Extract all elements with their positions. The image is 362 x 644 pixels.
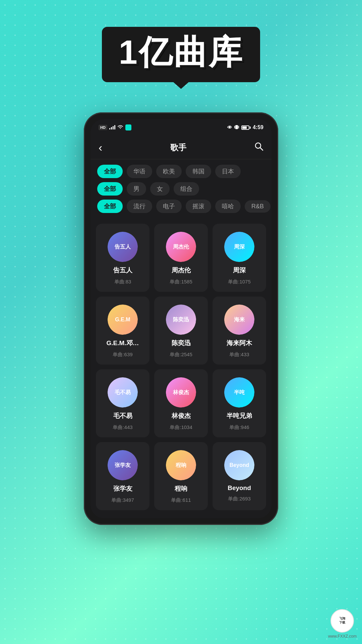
artist-avatar: G.E.M	[108, 305, 138, 335]
artist-card[interactable]: 周杰伦 周杰伦 单曲:1585	[154, 224, 208, 292]
avatar-image: Beyond	[224, 450, 254, 480]
artist-name: 半吨兄弟	[227, 412, 252, 420]
artist-name: Beyond	[228, 484, 251, 492]
hero-title: 1亿曲库	[119, 30, 243, 75]
hero-section: 1亿曲库	[102, 27, 260, 82]
artist-avatar: 半吨	[224, 377, 254, 408]
artist-name: 周杰伦	[172, 266, 191, 275]
search-icon[interactable]	[254, 142, 263, 153]
eye-icon: 👁	[227, 125, 232, 130]
artist-count: 单曲:1075	[228, 279, 251, 285]
avatar-image: 周深	[224, 232, 254, 262]
status-left: HD	[99, 124, 131, 130]
battery-icon	[241, 125, 251, 130]
top-nav: ‹ 歌手	[90, 136, 272, 159]
artist-avatar: 周杰伦	[166, 232, 196, 262]
artist-count: 单曲:83	[114, 279, 131, 285]
artist-name: 陈奕迅	[172, 339, 191, 347]
artist-card[interactable]: 半吨 半吨兄弟 单曲:946	[213, 369, 266, 437]
avatar-image: 林俊杰	[166, 377, 196, 408]
filter-rock[interactable]: 摇滚	[186, 200, 211, 213]
artist-avatar: 告五人	[108, 232, 138, 262]
avatar-image: 半吨	[224, 377, 254, 408]
artist-name: 告五人	[113, 266, 132, 275]
artist-count: 单曲:3497	[111, 497, 134, 503]
artists-grid: 告五人 告五人 单曲:83 周杰伦 周杰伦 单曲:1585 周深 周深 单曲:1…	[90, 220, 272, 518]
vibrate-icon	[234, 124, 239, 131]
artist-name: 程响	[175, 484, 187, 493]
filter-rnb[interactable]: R&B	[245, 200, 270, 213]
artist-name: 毛不易	[113, 412, 132, 420]
filter-korean[interactable]: 韩国	[186, 165, 211, 178]
svg-rect-0	[109, 128, 110, 129]
back-button[interactable]: ‹	[99, 141, 102, 154]
svg-rect-6	[238, 126, 239, 128]
artist-card[interactable]: 程响 程响 单曲:611	[154, 442, 208, 510]
artist-count: 单曲:946	[229, 424, 249, 431]
watermark-logo: 飞翔下载	[330, 609, 354, 633]
filter-pop[interactable]: 流行	[127, 200, 152, 213]
artist-card[interactable]: G.E.M G.E.M.邓… 单曲:639	[96, 297, 149, 365]
svg-rect-1	[111, 127, 112, 129]
filter-all-gender[interactable]: 全部	[97, 182, 123, 196]
avatar-image: 陈奕迅	[166, 305, 196, 335]
artist-card[interactable]: 毛不易 毛不易 单曲:443	[96, 369, 149, 437]
artist-card[interactable]: 林俊杰 林俊杰 单曲:1034	[154, 369, 208, 437]
artist-name: 张学友	[113, 484, 132, 493]
wifi-icon	[117, 125, 123, 130]
avatar-image: 告五人	[108, 232, 138, 262]
filter-male[interactable]: 男	[127, 182, 146, 196]
artist-name: G.E.M.邓…	[106, 339, 139, 347]
phone-mockup: HD	[84, 112, 278, 525]
artist-card[interactable]: Beyond Beyond 单曲:2693	[213, 442, 266, 510]
svg-rect-5	[234, 126, 235, 128]
artist-avatar: 陈奕迅	[166, 305, 196, 335]
artist-count: 单曲:443	[113, 424, 132, 431]
svg-rect-4	[235, 125, 238, 129]
filter-western[interactable]: 欧美	[156, 165, 182, 178]
artist-avatar: 海来	[224, 305, 254, 335]
filter-all-region[interactable]: 全部	[97, 165, 123, 178]
artist-count: 单曲:2693	[228, 496, 251, 502]
hd-badge: HD	[99, 125, 107, 130]
artist-card[interactable]: 海来 海来阿木 单曲:433	[213, 297, 266, 365]
filter-all-genre[interactable]: 全部	[97, 200, 123, 213]
artist-name: 海来阿木	[227, 339, 252, 347]
artist-count: 单曲:1034	[170, 424, 192, 431]
artist-card[interactable]: 周深 周深 单曲:1075	[213, 224, 266, 292]
watermark-url: www.FXXZ.com	[328, 634, 357, 639]
filter-group[interactable]: 组合	[174, 182, 199, 196]
svg-rect-3	[114, 125, 115, 129]
artist-name: 周深	[233, 266, 246, 275]
artist-card[interactable]: 告五人 告五人 单曲:83	[96, 224, 149, 292]
avatar-image: G.E.M	[108, 305, 138, 335]
filter-row-genre: 全部 流行 电子 摇滚 嘻哈 R&B 民	[97, 200, 265, 213]
avatar-image: 周杰伦	[166, 232, 196, 262]
artist-card[interactable]: 张学友 张学友 单曲:3497	[96, 442, 149, 510]
filter-female[interactable]: 女	[150, 182, 170, 196]
filter-chinese[interactable]: 华语	[127, 165, 152, 178]
filter-section: 全部 华语 欧美 韩国 日本 全部 男 女 组合 全部 流行 电子 摇滚 嘻哈 …	[90, 159, 272, 220]
artist-name: 林俊杰	[172, 412, 191, 420]
filter-row-region: 全部 华语 欧美 韩国 日本	[97, 165, 265, 178]
watermark: 飞翔下载 www.FXXZ.com	[328, 609, 357, 639]
artist-count: 单曲:639	[113, 352, 132, 358]
avatar-image: 海来	[224, 305, 254, 335]
artist-avatar: 张学友	[108, 450, 138, 480]
filter-electronic[interactable]: 电子	[156, 200, 182, 213]
avatar-image: 张学友	[108, 450, 138, 480]
artist-count: 单曲:611	[171, 497, 191, 503]
artist-card[interactable]: 陈奕迅 陈奕迅 单曲:2545	[154, 297, 208, 365]
page-title: 歌手	[170, 142, 186, 153]
status-right: 👁 4:59	[227, 124, 263, 131]
signal-icon	[109, 125, 115, 130]
phone-screen: HD	[90, 119, 272, 518]
artist-avatar: 程响	[166, 450, 196, 480]
filter-hiphop[interactable]: 嘻哈	[215, 200, 241, 213]
svg-rect-2	[113, 126, 114, 129]
avatar-image: 程响	[166, 450, 196, 480]
artist-count: 单曲:433	[229, 352, 249, 358]
filter-japanese[interactable]: 日本	[215, 165, 241, 178]
status-bar: HD	[90, 119, 272, 136]
artist-avatar: 周深	[224, 232, 254, 262]
